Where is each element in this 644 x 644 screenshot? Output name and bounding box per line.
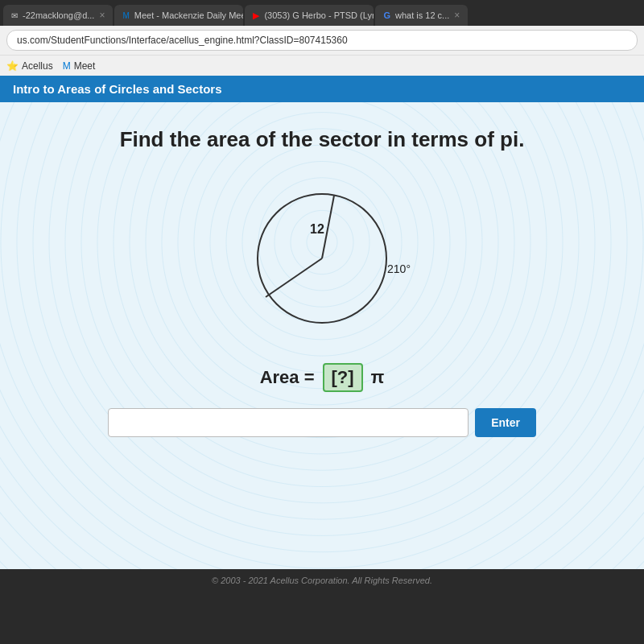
browser-chrome: ✉ -22macklong@d... × M Meet - Mackenzie … (0, 0, 644, 76)
radius-label: 12 (310, 222, 324, 237)
enter-button[interactable]: Enter (475, 408, 536, 437)
angle-label: 210° (387, 262, 411, 275)
answer-equals-label: Area = (260, 367, 315, 388)
bookmark-meet[interactable]: M Meet (63, 60, 96, 72)
google-tab-icon: G (383, 10, 390, 20)
circle-svg (242, 178, 402, 339)
footer: © 2003 - 2021 Acellus Corporation. All R… (0, 569, 644, 592)
bookmark-acellus[interactable]: ⭐ Acellus (6, 60, 53, 72)
input-row: Enter (108, 408, 536, 437)
answer-row: Area = [?] π (260, 363, 385, 392)
email-tab-icon: ✉ (11, 11, 18, 20)
address-bar-row: us.com/StudentFunctions/Interface/acellu… (0, 26, 644, 55)
tab-close-icon[interactable]: × (454, 10, 460, 21)
copyright-text: © 2003 - 2021 Acellus Corporation. All R… (212, 576, 432, 585)
tab-google[interactable]: G what is 12 c... × (375, 5, 468, 26)
question-text: Find the area of the sector in terms of … (120, 126, 525, 154)
main-content: Find the area of the sector in terms of … (0, 102, 644, 569)
tab-bar: ✉ -22macklong@d... × M Meet - Mackenzie … (0, 0, 644, 26)
tab-meet-label: Meet - Mackenzie Daily Meetin... (134, 10, 244, 20)
youtube-tab-icon: ▶ (253, 10, 259, 21)
tab-close-icon[interactable]: × (99, 10, 105, 21)
page-header-title: Intro to Areas of Circles and Sectors (13, 82, 222, 96)
tab-youtube-label: (3053) G Herbo - PTSD (Lyrics... (264, 10, 374, 20)
circle-diagram: 12 210° (242, 178, 402, 339)
tab-email-label: -22macklong@d... (23, 10, 94, 20)
tab-meet[interactable]: M Meet - Mackenzie Daily Meetin... × (114, 5, 243, 26)
address-bar[interactable]: us.com/StudentFunctions/Interface/acellu… (6, 30, 638, 51)
pi-symbol: π (371, 367, 385, 388)
svg-line-2 (266, 258, 322, 297)
answer-placeholder-text: [?] (331, 367, 353, 388)
meet-tab-icon: M (122, 11, 129, 20)
bookmark-acellus-label: Acellus (22, 60, 53, 72)
bookmark-acellus-icon: ⭐ (6, 60, 19, 72)
tab-youtube[interactable]: ▶ (3053) G Herbo - PTSD (Lyrics... × (245, 5, 374, 26)
circle-diagram-container: 12 210° (242, 178, 402, 339)
tab-google-label: what is 12 c... (395, 10, 449, 20)
tab-email[interactable]: ✉ -22macklong@d... × (3, 5, 113, 26)
bookmark-meet-label: Meet (74, 60, 96, 72)
address-text: us.com/StudentFunctions/Interface/acellu… (17, 35, 348, 46)
page-header: Intro to Areas of Circles and Sectors (0, 76, 644, 102)
bookmark-meet-icon: M (63, 60, 71, 72)
answer-placeholder-box: [?] (323, 363, 363, 392)
bookmarks-bar: ⭐ Acellus M Meet (0, 55, 644, 76)
answer-input[interactable] (108, 408, 469, 437)
